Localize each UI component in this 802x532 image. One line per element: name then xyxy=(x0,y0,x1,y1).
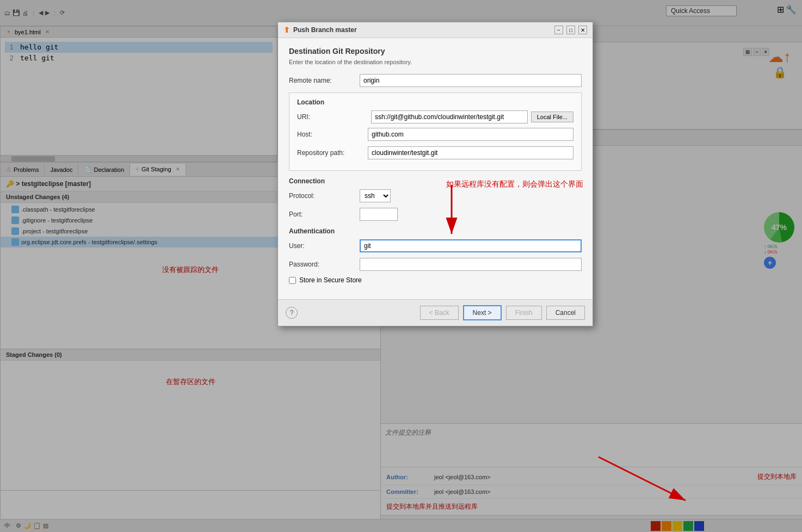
port-row: Port: xyxy=(289,208,582,221)
host-row: Host: xyxy=(297,128,573,141)
protocol-row: Protocol: ssh https http xyxy=(289,189,582,202)
location-group: Location URI: Local File... Host: Reposi… xyxy=(289,92,582,171)
store-secure-label: Store in Secure Store xyxy=(299,276,362,284)
protocol-select[interactable]: ssh https http xyxy=(360,189,391,202)
auth-group: Authentication User: Password: Store in … xyxy=(289,227,582,284)
push-branch-dialog: ⬆ Push Branch master − □ ✕ Destination G… xyxy=(277,22,593,326)
cancel-button[interactable]: Cancel xyxy=(546,306,585,320)
dialog-title-icon: ⬆ xyxy=(283,26,290,34)
dialog-title: ⬆ Push Branch master xyxy=(283,26,357,34)
dialog-body: Destination Git Repository Enter the loc… xyxy=(278,38,593,299)
remote-name-label: Remote name: xyxy=(289,77,360,84)
password-label: Password: xyxy=(289,261,360,268)
user-label: User: xyxy=(289,242,360,250)
remote-annotation-text: 如果远程库没有配置，则会弹出这个界面 xyxy=(446,180,583,189)
dialog-title-text: Push Branch master xyxy=(293,26,357,34)
dialog-controls: − □ ✕ xyxy=(554,26,587,34)
dialog-maximize-btn[interactable]: □ xyxy=(566,26,575,34)
password-input[interactable] xyxy=(360,258,582,271)
repo-path-row: Repository path: xyxy=(297,146,573,159)
repo-path-label: Repository path: xyxy=(297,149,368,157)
dialog-titlebar: ⬆ Push Branch master − □ ✕ xyxy=(278,22,593,38)
dialog-footer: ? < Back Next > Finish Cancel xyxy=(278,299,593,326)
help-button[interactable]: ? xyxy=(286,307,298,319)
host-input[interactable] xyxy=(368,128,573,141)
user-input[interactable] xyxy=(360,239,582,252)
location-label: Location xyxy=(297,98,573,106)
back-button[interactable]: < Back xyxy=(420,306,459,320)
uri-row: URI: Local File... xyxy=(297,110,573,123)
uri-label: URI: xyxy=(297,113,368,121)
dialog-close-btn[interactable]: ✕ xyxy=(578,26,587,34)
store-secure-checkbox[interactable] xyxy=(289,277,296,284)
repo-path-input[interactable] xyxy=(368,146,573,159)
password-row: Password: xyxy=(289,258,582,271)
remote-name-input[interactable] xyxy=(360,74,582,87)
port-label: Port: xyxy=(289,211,360,218)
host-label: Host: xyxy=(297,131,368,138)
local-file-button[interactable]: Local File... xyxy=(531,112,573,122)
dialog-desc: Enter the location of the destination re… xyxy=(289,59,582,65)
dialog-section-title: Destination Git Repository xyxy=(289,47,582,55)
next-button[interactable]: Next > xyxy=(463,305,502,320)
dialog-minimize-btn[interactable]: − xyxy=(554,26,563,34)
user-row: User: xyxy=(289,239,582,252)
store-secure-row: Store in Secure Store xyxy=(289,276,582,284)
protocol-label: Protocol: xyxy=(289,192,360,200)
uri-input[interactable] xyxy=(371,110,528,123)
finish-button[interactable]: Finish xyxy=(506,306,542,320)
auth-label: Authentication xyxy=(289,227,582,235)
port-input[interactable] xyxy=(360,208,398,221)
remote-name-row: Remote name: xyxy=(289,74,582,87)
